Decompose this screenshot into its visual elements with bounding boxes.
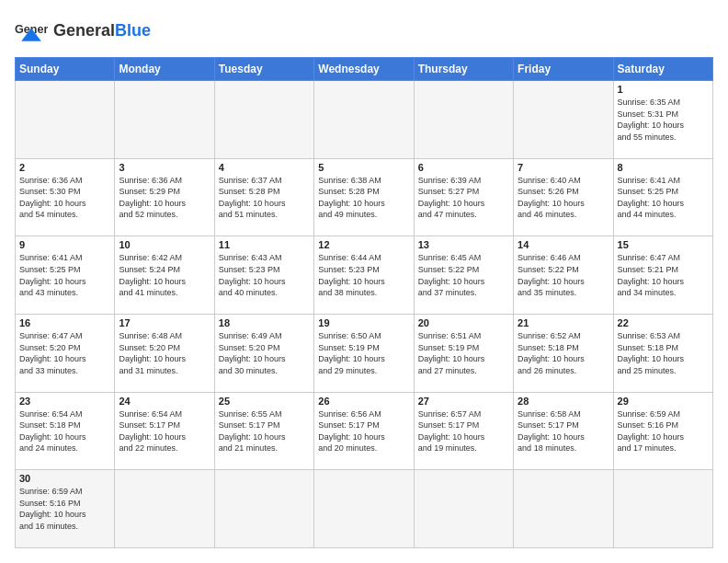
week-row-5: 30Sunrise: 6:59 AM Sunset: 5:16 PM Dayli… xyxy=(16,470,713,548)
day-info: Sunrise: 6:55 AM Sunset: 5:17 PM Dayligh… xyxy=(219,408,310,454)
calendar-cell: 15Sunrise: 6:47 AM Sunset: 5:21 PM Dayli… xyxy=(613,236,712,315)
calendar-cell: 18Sunrise: 6:49 AM Sunset: 5:20 PM Dayli… xyxy=(214,314,313,392)
week-row-2: 9Sunrise: 6:41 AM Sunset: 5:25 PM Daylig… xyxy=(16,236,713,315)
logo-text: GeneralBlue xyxy=(53,22,151,40)
day-number: 11 xyxy=(219,239,310,250)
calendar-cell: 5Sunrise: 6:38 AM Sunset: 5:28 PM Daylig… xyxy=(314,158,414,236)
calendar-cell: 10Sunrise: 6:42 AM Sunset: 5:24 PM Dayli… xyxy=(115,236,214,315)
day-number: 1 xyxy=(618,84,709,95)
weekday-header-monday: Monday xyxy=(115,58,214,81)
day-info: Sunrise: 6:39 AM Sunset: 5:27 PM Dayligh… xyxy=(418,175,509,221)
day-info: Sunrise: 6:35 AM Sunset: 5:31 PM Dayligh… xyxy=(618,97,709,143)
day-number: 14 xyxy=(518,239,609,250)
logo-icon: General xyxy=(15,15,48,48)
weekday-header-sunday: Sunday xyxy=(16,58,115,81)
weekday-header-saturday: Saturday xyxy=(613,58,712,81)
day-info: Sunrise: 6:47 AM Sunset: 5:20 PM Dayligh… xyxy=(19,330,110,376)
day-info: Sunrise: 6:41 AM Sunset: 5:25 PM Dayligh… xyxy=(19,252,110,298)
day-info: Sunrise: 6:47 AM Sunset: 5:21 PM Dayligh… xyxy=(618,252,709,298)
day-number: 7 xyxy=(518,162,609,173)
day-number: 18 xyxy=(219,317,310,328)
calendar-cell xyxy=(214,81,313,159)
day-number: 8 xyxy=(618,162,709,173)
day-number: 29 xyxy=(618,396,709,407)
day-info: Sunrise: 6:41 AM Sunset: 5:25 PM Dayligh… xyxy=(618,175,709,221)
day-info: Sunrise: 6:58 AM Sunset: 5:17 PM Dayligh… xyxy=(518,408,609,454)
day-number: 13 xyxy=(418,239,509,250)
calendar-cell xyxy=(115,81,214,159)
calendar-cell: 26Sunrise: 6:56 AM Sunset: 5:17 PM Dayli… xyxy=(314,392,414,470)
day-info: Sunrise: 6:49 AM Sunset: 5:20 PM Dayligh… xyxy=(219,330,310,376)
calendar-cell: 16Sunrise: 6:47 AM Sunset: 5:20 PM Dayli… xyxy=(16,314,115,392)
day-info: Sunrise: 6:42 AM Sunset: 5:24 PM Dayligh… xyxy=(119,252,210,298)
calendar-cell: 30Sunrise: 6:59 AM Sunset: 5:16 PM Dayli… xyxy=(16,470,115,548)
day-number: 25 xyxy=(219,396,310,407)
calendar-cell xyxy=(414,81,513,159)
day-number: 10 xyxy=(119,239,210,250)
calendar-cell: 3Sunrise: 6:36 AM Sunset: 5:29 PM Daylig… xyxy=(115,158,214,236)
week-row-3: 16Sunrise: 6:47 AM Sunset: 5:20 PM Dayli… xyxy=(16,314,713,392)
calendar-cell: 7Sunrise: 6:40 AM Sunset: 5:26 PM Daylig… xyxy=(514,158,613,236)
calendar-cell: 22Sunrise: 6:53 AM Sunset: 5:18 PM Dayli… xyxy=(613,314,712,392)
day-info: Sunrise: 6:36 AM Sunset: 5:29 PM Dayligh… xyxy=(119,175,210,221)
calendar-cell: 14Sunrise: 6:46 AM Sunset: 5:22 PM Dayli… xyxy=(514,236,613,315)
day-info: Sunrise: 6:37 AM Sunset: 5:28 PM Dayligh… xyxy=(219,175,310,221)
calendar-cell: 4Sunrise: 6:37 AM Sunset: 5:28 PM Daylig… xyxy=(214,158,313,236)
calendar-cell: 17Sunrise: 6:48 AM Sunset: 5:20 PM Dayli… xyxy=(115,314,214,392)
header: General GeneralBlue xyxy=(15,15,713,48)
calendar-cell: 24Sunrise: 6:54 AM Sunset: 5:17 PM Dayli… xyxy=(115,392,214,470)
calendar-table: SundayMondayTuesdayWednesdayThursdayFrid… xyxy=(15,57,713,548)
day-number: 3 xyxy=(119,162,210,173)
calendar-cell: 11Sunrise: 6:43 AM Sunset: 5:23 PM Dayli… xyxy=(214,236,313,315)
day-number: 23 xyxy=(19,396,110,407)
calendar-cell: 19Sunrise: 6:50 AM Sunset: 5:19 PM Dayli… xyxy=(314,314,414,392)
day-number: 20 xyxy=(418,317,509,328)
day-number: 16 xyxy=(19,317,110,328)
logo: General GeneralBlue xyxy=(15,15,151,48)
calendar-cell xyxy=(314,470,414,548)
weekday-header-wednesday: Wednesday xyxy=(314,58,414,81)
calendar-cell: 6Sunrise: 6:39 AM Sunset: 5:27 PM Daylig… xyxy=(414,158,513,236)
day-info: Sunrise: 6:46 AM Sunset: 5:22 PM Dayligh… xyxy=(518,252,609,298)
calendar-cell xyxy=(414,470,513,548)
day-number: 22 xyxy=(618,317,709,328)
calendar-cell: 23Sunrise: 6:54 AM Sunset: 5:18 PM Dayli… xyxy=(16,392,115,470)
week-row-4: 23Sunrise: 6:54 AM Sunset: 5:18 PM Dayli… xyxy=(16,392,713,470)
calendar-cell: 9Sunrise: 6:41 AM Sunset: 5:25 PM Daylig… xyxy=(16,236,115,315)
calendar-body: 1Sunrise: 6:35 AM Sunset: 5:31 PM Daylig… xyxy=(16,81,713,548)
day-info: Sunrise: 6:36 AM Sunset: 5:30 PM Dayligh… xyxy=(19,175,110,221)
day-number: 30 xyxy=(19,473,110,484)
day-info: Sunrise: 6:48 AM Sunset: 5:20 PM Dayligh… xyxy=(119,330,210,376)
day-number: 9 xyxy=(19,239,110,250)
day-info: Sunrise: 6:59 AM Sunset: 5:16 PM Dayligh… xyxy=(618,408,709,454)
calendar-cell: 13Sunrise: 6:45 AM Sunset: 5:22 PM Dayli… xyxy=(414,236,513,315)
calendar-cell xyxy=(514,81,613,159)
day-number: 6 xyxy=(418,162,509,173)
calendar-cell: 12Sunrise: 6:44 AM Sunset: 5:23 PM Dayli… xyxy=(314,236,414,315)
calendar-cell: 20Sunrise: 6:51 AM Sunset: 5:19 PM Dayli… xyxy=(414,314,513,392)
day-number: 21 xyxy=(518,317,609,328)
calendar-cell xyxy=(613,470,712,548)
page: General GeneralBlue SundayMondayTuesdayW… xyxy=(0,0,728,563)
day-info: Sunrise: 6:56 AM Sunset: 5:17 PM Dayligh… xyxy=(318,408,409,454)
day-info: Sunrise: 6:45 AM Sunset: 5:22 PM Dayligh… xyxy=(418,252,509,298)
day-number: 24 xyxy=(119,396,210,407)
day-info: Sunrise: 6:57 AM Sunset: 5:17 PM Dayligh… xyxy=(418,408,509,454)
day-info: Sunrise: 6:50 AM Sunset: 5:19 PM Dayligh… xyxy=(318,330,409,376)
calendar-cell xyxy=(314,81,414,159)
day-info: Sunrise: 6:51 AM Sunset: 5:19 PM Dayligh… xyxy=(418,330,509,376)
day-info: Sunrise: 6:40 AM Sunset: 5:26 PM Dayligh… xyxy=(518,175,609,221)
week-row-0: 1Sunrise: 6:35 AM Sunset: 5:31 PM Daylig… xyxy=(16,81,713,159)
day-info: Sunrise: 6:52 AM Sunset: 5:18 PM Dayligh… xyxy=(518,330,609,376)
calendar-cell xyxy=(115,470,214,548)
day-number: 28 xyxy=(518,396,609,407)
day-info: Sunrise: 6:54 AM Sunset: 5:17 PM Dayligh… xyxy=(119,408,210,454)
day-number: 17 xyxy=(119,317,210,328)
calendar-cell xyxy=(214,470,313,548)
day-info: Sunrise: 6:53 AM Sunset: 5:18 PM Dayligh… xyxy=(618,330,709,376)
calendar-cell: 28Sunrise: 6:58 AM Sunset: 5:17 PM Dayli… xyxy=(514,392,613,470)
weekday-header-row: SundayMondayTuesdayWednesdayThursdayFrid… xyxy=(16,58,713,81)
day-info: Sunrise: 6:43 AM Sunset: 5:23 PM Dayligh… xyxy=(219,252,310,298)
calendar-cell: 29Sunrise: 6:59 AM Sunset: 5:16 PM Dayli… xyxy=(613,392,712,470)
calendar-cell: 27Sunrise: 6:57 AM Sunset: 5:17 PM Dayli… xyxy=(414,392,513,470)
